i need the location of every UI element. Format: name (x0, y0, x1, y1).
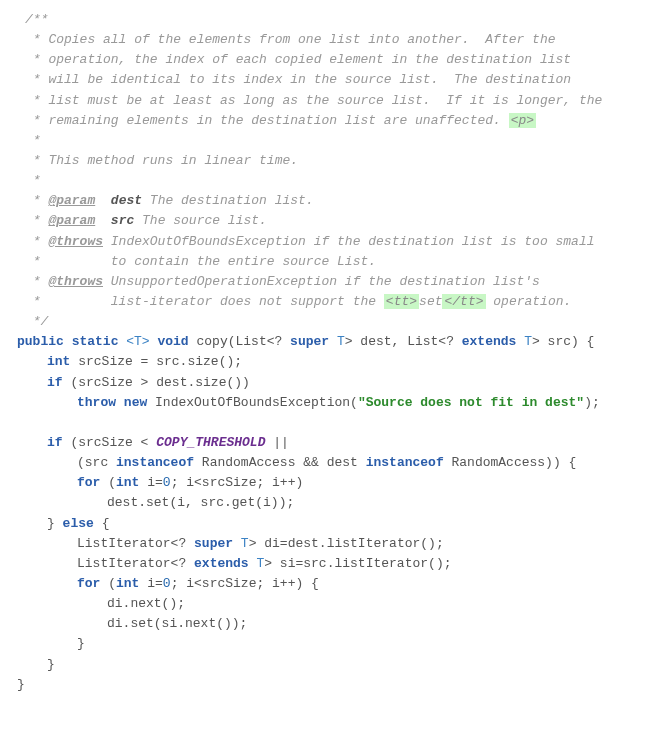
javadoc-close: */ (25, 314, 48, 329)
code-line: throw new IndexOutOfBoundsException("Sou… (15, 393, 636, 413)
javadoc-param-tag: @param (48, 213, 95, 228)
html-tag-highlight: <tt> (384, 294, 419, 309)
javadoc-open: /** (25, 12, 48, 27)
javadoc-line: * remaining elements in the destination … (25, 113, 509, 128)
code-line: if (srcSize < COPY_THRESHOLD || (15, 433, 636, 453)
javadoc-param-name: src (111, 213, 134, 228)
javadoc-line: * will be identical to its index in the … (25, 72, 571, 87)
code-line: ListIterator<? extends T> si=src.listIte… (15, 554, 636, 574)
javadoc-line: * (25, 193, 48, 208)
javadoc-param-name: dest (111, 193, 142, 208)
code-line: for (int i=0; i<srcSize; i++) (15, 473, 636, 493)
code-line: int srcSize = src.size(); (15, 352, 636, 372)
constant-ref: COPY_THRESHOLD (156, 435, 265, 450)
javadoc-param-tag: @param (48, 193, 95, 208)
javadoc-throws-tag: @throws (48, 274, 103, 289)
code-line: di.set(si.next()); (15, 614, 636, 634)
code-line: if (srcSize > dest.size()) (15, 373, 636, 393)
javadoc-line: * (25, 274, 48, 289)
code-line: dest.set(i, src.get(i)); (15, 493, 636, 513)
html-tag-highlight: </tt> (442, 294, 485, 309)
javadoc-line: * list-iterator does not support the (25, 294, 384, 309)
javadoc-line: * (25, 173, 41, 188)
javadoc-line: * This method runs in linear time. (25, 153, 298, 168)
code-line: } (15, 634, 636, 654)
code-line: di.next(); (15, 594, 636, 614)
code-line: (src instanceof RandomAccess && dest ins… (15, 453, 636, 473)
javadoc-line: * list must be at least as long as the s… (25, 93, 602, 108)
javadoc-line: * to contain the entire source List. (25, 254, 376, 269)
code-line: } (15, 655, 636, 675)
code-line: ListIterator<? super T> di=dest.listIter… (15, 534, 636, 554)
javadoc-throws-tag: @throws (48, 234, 103, 249)
method-signature: public static <T> void copy(List<? super… (15, 332, 636, 352)
javadoc-line: * operation, the index of each copied el… (25, 52, 571, 67)
javadoc-line: * Copies all of the elements from one li… (25, 32, 556, 47)
javadoc-line: * (25, 213, 48, 228)
code-line: } (15, 675, 636, 695)
code-block: /** * Copies all of the elements from on… (15, 10, 636, 695)
html-tag-highlight: <p> (509, 113, 536, 128)
code-line: for (int i=0; i<srcSize; i++) { (15, 574, 636, 594)
code-line: } else { (15, 514, 636, 534)
javadoc-line: * (25, 234, 48, 249)
javadoc-line: * (25, 133, 41, 148)
